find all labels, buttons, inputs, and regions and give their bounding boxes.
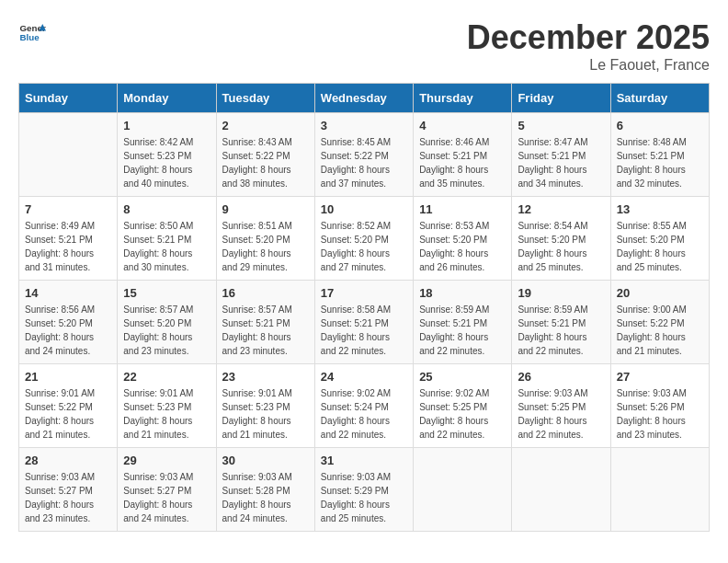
- calendar-table: SundayMondayTuesdayWednesdayThursdayFrid…: [18, 83, 710, 532]
- day-number: 17: [321, 286, 407, 300]
- day-number: 8: [123, 202, 210, 216]
- location: Le Faouet, France: [467, 57, 710, 74]
- day-info: Sunrise: 9:03 AMSunset: 5:25 PMDaylight:…: [518, 386, 604, 442]
- day-info: Sunrise: 8:49 AMSunset: 5:21 PMDaylight:…: [25, 219, 111, 274]
- day-cell: 27Sunrise: 9:03 AMSunset: 5:26 PMDayligh…: [610, 364, 709, 448]
- day-cell: 22Sunrise: 9:01 AMSunset: 5:23 PMDayligh…: [118, 364, 216, 448]
- day-info: Sunrise: 8:59 AMSunset: 5:21 PMDaylight:…: [518, 303, 604, 358]
- day-number: 15: [123, 286, 210, 300]
- day-info: Sunrise: 8:43 AMSunset: 5:22 PMDaylight:…: [222, 135, 309, 190]
- day-cell: 17Sunrise: 8:58 AMSunset: 5:21 PMDayligh…: [314, 281, 413, 364]
- svg-text:Blue: Blue: [20, 32, 40, 42]
- day-cell: 25Sunrise: 9:02 AMSunset: 5:25 PMDayligh…: [414, 364, 512, 448]
- day-info: Sunrise: 9:01 AMSunset: 5:22 PMDaylight:…: [25, 386, 111, 442]
- month-title: December 2025: [467, 18, 710, 57]
- day-cell: 14Sunrise: 8:56 AMSunset: 5:20 PMDayligh…: [19, 281, 118, 364]
- day-number: 5: [518, 119, 604, 132]
- day-info: Sunrise: 8:45 AMSunset: 5:22 PMDaylight:…: [321, 135, 407, 190]
- day-number: 26: [518, 370, 604, 384]
- day-cell: 28Sunrise: 9:03 AMSunset: 5:27 PMDayligh…: [19, 448, 118, 532]
- page-header: General Blue December 2025 Le Faouet, Fr…: [18, 18, 710, 74]
- day-cell: 1Sunrise: 8:42 AMSunset: 5:23 PMDaylight…: [118, 113, 216, 197]
- day-cell: 23Sunrise: 9:01 AMSunset: 5:23 PMDayligh…: [216, 364, 314, 448]
- day-info: Sunrise: 9:02 AMSunset: 5:24 PMDaylight:…: [321, 386, 407, 442]
- week-row-3: 14Sunrise: 8:56 AMSunset: 5:20 PMDayligh…: [19, 281, 710, 364]
- header-sunday: Sunday: [19, 84, 118, 113]
- day-info: Sunrise: 9:01 AMSunset: 5:23 PMDaylight:…: [222, 386, 309, 442]
- day-number: 25: [419, 370, 506, 384]
- day-number: 27: [617, 370, 703, 384]
- day-number: 20: [617, 286, 703, 300]
- day-cell: 7Sunrise: 8:49 AMSunset: 5:21 PMDaylight…: [19, 197, 118, 281]
- day-number: 23: [222, 370, 309, 384]
- day-info: Sunrise: 8:59 AMSunset: 5:21 PMDaylight:…: [419, 303, 506, 358]
- header-saturday: Saturday: [610, 84, 709, 113]
- day-number: 16: [222, 286, 309, 300]
- day-cell: 8Sunrise: 8:50 AMSunset: 5:21 PMDaylight…: [118, 197, 216, 281]
- header-wednesday: Wednesday: [314, 84, 413, 113]
- day-number: 29: [123, 454, 210, 467]
- day-cell: 21Sunrise: 9:01 AMSunset: 5:22 PMDayligh…: [19, 364, 118, 448]
- day-info: Sunrise: 9:00 AMSunset: 5:22 PMDaylight:…: [617, 303, 703, 358]
- day-number: 31: [321, 454, 407, 467]
- day-number: 19: [518, 286, 604, 300]
- day-info: Sunrise: 9:03 AMSunset: 5:28 PMDaylight:…: [222, 470, 309, 525]
- day-number: 21: [25, 370, 111, 384]
- day-number: 10: [321, 202, 407, 216]
- day-info: Sunrise: 8:56 AMSunset: 5:20 PMDaylight:…: [25, 303, 111, 358]
- day-number: 18: [419, 286, 506, 300]
- day-info: Sunrise: 9:02 AMSunset: 5:25 PMDaylight:…: [419, 386, 506, 442]
- day-number: 2: [222, 119, 309, 132]
- day-cell: 29Sunrise: 9:03 AMSunset: 5:27 PMDayligh…: [118, 448, 216, 532]
- week-row-5: 28Sunrise: 9:03 AMSunset: 5:27 PMDayligh…: [19, 448, 710, 532]
- day-cell: [512, 448, 610, 532]
- day-number: 4: [419, 119, 506, 132]
- day-info: Sunrise: 9:03 AMSunset: 5:26 PMDaylight:…: [617, 386, 703, 442]
- day-number: 24: [321, 370, 407, 384]
- day-number: 14: [25, 286, 111, 300]
- day-cell: 5Sunrise: 8:47 AMSunset: 5:21 PMDaylight…: [512, 113, 610, 197]
- day-info: Sunrise: 8:57 AMSunset: 5:21 PMDaylight:…: [222, 303, 309, 358]
- day-cell: 4Sunrise: 8:46 AMSunset: 5:21 PMDaylight…: [414, 113, 512, 197]
- day-number: 30: [222, 454, 309, 467]
- day-cell: [19, 113, 118, 197]
- week-row-4: 21Sunrise: 9:01 AMSunset: 5:22 PMDayligh…: [19, 364, 710, 448]
- day-info: Sunrise: 8:51 AMSunset: 5:20 PMDaylight:…: [222, 219, 309, 274]
- day-cell: 3Sunrise: 8:45 AMSunset: 5:22 PMDaylight…: [314, 113, 413, 197]
- day-info: Sunrise: 9:03 AMSunset: 5:27 PMDaylight:…: [25, 470, 111, 525]
- day-info: Sunrise: 8:57 AMSunset: 5:20 PMDaylight:…: [123, 303, 210, 358]
- day-cell: 13Sunrise: 8:55 AMSunset: 5:20 PMDayligh…: [610, 197, 709, 281]
- day-number: 9: [222, 202, 309, 216]
- day-info: Sunrise: 8:46 AMSunset: 5:21 PMDaylight:…: [419, 135, 506, 190]
- header-thursday: Thursday: [414, 84, 512, 113]
- day-cell: 6Sunrise: 8:48 AMSunset: 5:21 PMDaylight…: [610, 113, 709, 197]
- day-info: Sunrise: 9:03 AMSunset: 5:29 PMDaylight:…: [321, 470, 407, 525]
- day-cell: 10Sunrise: 8:52 AMSunset: 5:20 PMDayligh…: [314, 197, 413, 281]
- day-info: Sunrise: 8:58 AMSunset: 5:21 PMDaylight:…: [321, 303, 407, 358]
- day-number: 12: [518, 202, 604, 216]
- day-info: Sunrise: 8:50 AMSunset: 5:21 PMDaylight:…: [123, 219, 210, 274]
- logo-icon: General Blue: [18, 18, 46, 46]
- header-tuesday: Tuesday: [216, 84, 314, 113]
- logo: General Blue: [18, 18, 46, 46]
- day-cell: 18Sunrise: 8:59 AMSunset: 5:21 PMDayligh…: [414, 281, 512, 364]
- day-number: 13: [617, 202, 703, 216]
- day-info: Sunrise: 8:54 AMSunset: 5:20 PMDaylight:…: [518, 219, 604, 274]
- day-cell: 19Sunrise: 8:59 AMSunset: 5:21 PMDayligh…: [512, 281, 610, 364]
- day-info: Sunrise: 8:55 AMSunset: 5:20 PMDaylight:…: [617, 219, 703, 274]
- header-friday: Friday: [512, 84, 610, 113]
- day-cell: [610, 448, 709, 532]
- day-number: 7: [25, 202, 111, 216]
- day-info: Sunrise: 8:53 AMSunset: 5:20 PMDaylight:…: [419, 219, 506, 274]
- day-number: 11: [419, 202, 506, 216]
- day-info: Sunrise: 8:52 AMSunset: 5:20 PMDaylight:…: [321, 219, 407, 274]
- day-number: 1: [123, 119, 210, 132]
- day-cell: [414, 448, 512, 532]
- day-info: Sunrise: 8:47 AMSunset: 5:21 PMDaylight:…: [518, 135, 604, 190]
- day-cell: 20Sunrise: 9:00 AMSunset: 5:22 PMDayligh…: [610, 281, 709, 364]
- title-area: December 2025 Le Faouet, France: [467, 18, 710, 74]
- day-info: Sunrise: 9:03 AMSunset: 5:27 PMDaylight:…: [123, 470, 210, 525]
- day-info: Sunrise: 8:42 AMSunset: 5:23 PMDaylight:…: [123, 135, 210, 190]
- day-cell: 30Sunrise: 9:03 AMSunset: 5:28 PMDayligh…: [216, 448, 314, 532]
- day-number: 3: [321, 119, 407, 132]
